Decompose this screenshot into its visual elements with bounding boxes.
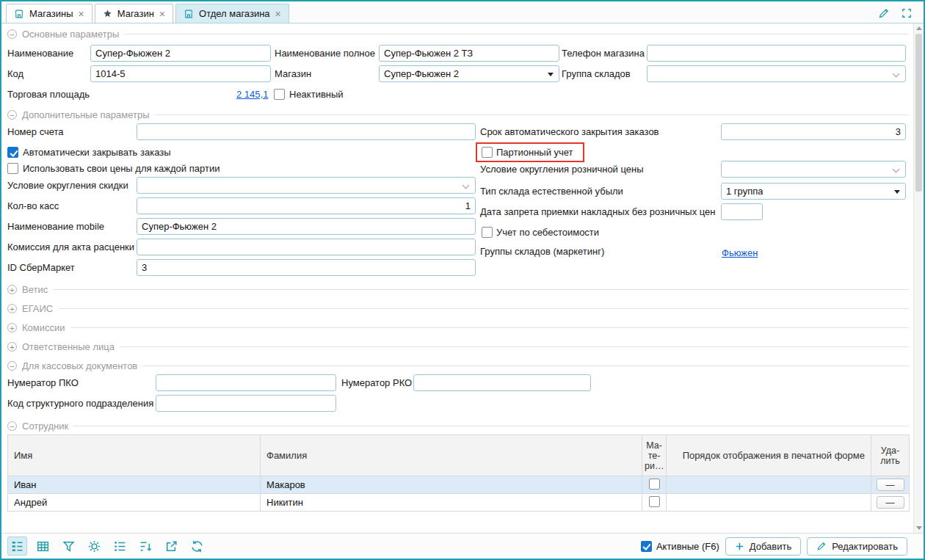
section-title: Ветис	[22, 284, 48, 295]
app-window: Магазины Магазин Отдел магазина	[0, 0, 925, 560]
settings-button[interactable]	[84, 537, 104, 556]
numbered-list-icon	[113, 539, 127, 553]
delete-row-button[interactable]: —	[877, 479, 904, 491]
division-code-input[interactable]	[156, 395, 336, 412]
close-icon[interactable]	[79, 9, 84, 19]
commission-act-input[interactable]	[137, 239, 476, 255]
section-header-main-params[interactable]: Основные параметры	[7, 28, 909, 40]
section-header-egais[interactable]: ЕГАИС	[7, 302, 909, 315]
tab-store[interactable]: Магазин	[95, 4, 173, 23]
cash-desks-input[interactable]	[137, 197, 476, 214]
name-mobile-input[interactable]	[137, 218, 476, 235]
employee-row[interactable]: Андрей Никитин —	[8, 494, 910, 512]
column-header-material[interactable]: Ма- те- ри…	[642, 435, 667, 476]
close-icon[interactable]	[159, 9, 165, 19]
window-actions	[878, 4, 919, 23]
phone-input[interactable]	[647, 45, 906, 62]
add-button[interactable]: Добавить	[725, 537, 801, 556]
discount-rounding-select[interactable]	[137, 177, 476, 194]
collapse-icon[interactable]	[7, 361, 17, 371]
section-header-cash-documents[interactable]: Для кассовых документов	[7, 360, 909, 372]
retail-rounding-label: Условие округления розничной цены	[480, 161, 644, 178]
star-icon	[103, 9, 112, 18]
section-header-employee[interactable]: Сотрудник	[7, 420, 909, 432]
code-input[interactable]	[90, 65, 271, 82]
column-header-name[interactable]: Имя	[8, 435, 261, 476]
column-header-print-order[interactable]: Порядок отображения в печатной форме	[667, 435, 871, 476]
section-header-additional-params[interactable]: Дополнительные параметры	[7, 109, 909, 121]
sbermarket-id-input[interactable]	[137, 259, 476, 276]
employee-row[interactable]: Иван Макаров —	[8, 476, 910, 494]
pko-input[interactable]	[156, 374, 336, 391]
column-header-surname[interactable]: Фамилия	[261, 435, 642, 476]
edit-pencil-icon[interactable]	[878, 7, 890, 19]
auto-close-term-input[interactable]	[721, 123, 906, 140]
retail-rounding-select[interactable]	[721, 161, 906, 178]
vertical-scrollbar[interactable]	[913, 23, 924, 533]
name-input[interactable]	[90, 45, 271, 62]
table-view-button[interactable]	[33, 537, 53, 556]
rko-input[interactable]	[413, 374, 591, 391]
edit-button-label: Редактировать	[832, 541, 898, 552]
discount-rounding-label: Условие округления скидки	[7, 177, 128, 194]
material-checkbox[interactable]	[649, 496, 660, 507]
sort-filter-button[interactable]	[136, 537, 156, 556]
own-prices-checkbox[interactable]	[7, 163, 18, 174]
pencil-icon	[816, 541, 827, 551]
refresh-button[interactable]	[187, 537, 207, 556]
chevron-down-icon	[462, 182, 470, 189]
full-name-input[interactable]	[379, 45, 559, 62]
collapse-icon[interactable]	[7, 29, 17, 39]
expand-icon[interactable]	[7, 323, 17, 332]
employee-surname-cell: Макаров	[261, 476, 642, 494]
warehouse-group-select[interactable]	[647, 65, 906, 82]
sbermarket-id-label: ID СберМаркет	[7, 259, 75, 276]
filter-button[interactable]	[59, 537, 79, 556]
trade-area-link[interactable]: 2 145,1	[236, 86, 268, 103]
tab-store-department[interactable]: Отдел магазина	[175, 4, 289, 23]
scrollbar-thumb[interactable]	[915, 34, 922, 192]
section-divider	[124, 34, 909, 34]
shop-icon	[14, 9, 24, 19]
delete-row-button[interactable]: —	[877, 496, 904, 509]
commission-act-label: Комиссия для акта расценки	[7, 239, 134, 255]
section-header-responsible-persons[interactable]: Ответственные лица	[7, 341, 909, 353]
active-filter-checkbox[interactable]	[641, 541, 652, 552]
rko-label: Нумератор РКО	[341, 374, 412, 391]
maximize-icon[interactable]	[902, 8, 912, 18]
cash-desks-label: Кол-во касс	[7, 197, 59, 214]
employees-table: Имя Фамилия Ма- те- ри… Порядок отображе…	[7, 434, 910, 512]
table-header-row: Имя Фамилия Ма- те- ри… Порядок отображе…	[8, 435, 910, 476]
section-header-vetis[interactable]: Ветис	[7, 283, 909, 296]
expand-icon[interactable]	[7, 342, 17, 352]
expand-icon[interactable]	[7, 304, 17, 313]
tab-label: Магазин	[117, 8, 154, 19]
material-checkbox[interactable]	[649, 479, 660, 490]
name-mobile-label: Наименование mobile	[7, 218, 104, 235]
natural-loss-type-select[interactable]: 1 группа	[721, 183, 906, 200]
scroll-down-icon[interactable]	[916, 526, 922, 530]
tab-stores[interactable]: Магазины	[6, 4, 92, 23]
close-icon[interactable]	[275, 9, 281, 19]
inactive-checkbox[interactable]	[274, 89, 285, 100]
edit-button[interactable]: Редактировать	[807, 537, 907, 556]
numbered-list-button[interactable]	[110, 537, 130, 556]
collapse-icon[interactable]	[7, 110, 17, 120]
scroll-up-icon[interactable]	[916, 26, 922, 30]
store-select[interactable]: Супер-Фьюжен 2	[379, 65, 559, 82]
open-external-button[interactable]	[162, 537, 181, 556]
auto-close-orders-checkbox[interactable]	[7, 147, 18, 158]
marketing-groups-link[interactable]: Фьюжен	[722, 244, 758, 261]
column-header-delete[interactable]: Уда- лить	[871, 435, 910, 476]
view-list-button[interactable]	[7, 537, 27, 556]
section-title: Ответственные лица	[22, 341, 115, 352]
expand-icon[interactable]	[7, 285, 17, 294]
name-label: Наименование	[7, 45, 73, 62]
active-filter-label: Активные (F6)	[656, 541, 719, 552]
batch-accounting-checkbox[interactable]	[482, 147, 493, 158]
cost-accounting-checkbox[interactable]	[482, 227, 493, 238]
account-number-input[interactable]	[137, 123, 476, 140]
collapse-icon[interactable]	[7, 421, 17, 431]
section-header-commissions[interactable]: Комиссии	[7, 321, 909, 334]
ban-date-input[interactable]	[721, 203, 763, 220]
